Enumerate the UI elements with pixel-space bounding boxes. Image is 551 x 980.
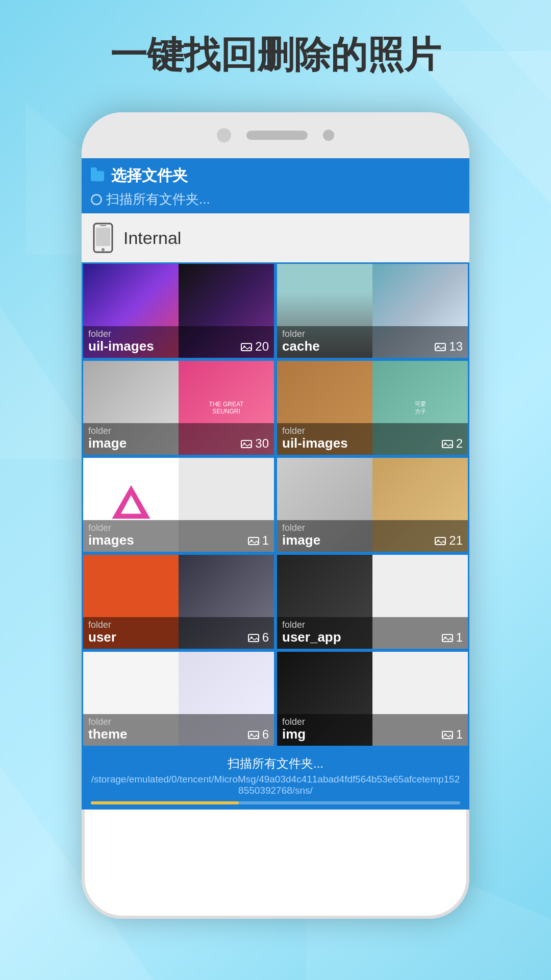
- folder-word: folder: [282, 717, 306, 727]
- image-count-icon: [241, 439, 252, 448]
- internal-row: Internal: [82, 213, 469, 262]
- folder-item[interactable]: folder image 21: [276, 456, 469, 553]
- folder-count: 30: [241, 436, 269, 451]
- sensor-icon: [323, 130, 334, 141]
- folder-item[interactable]: folder user_app 1: [276, 553, 469, 650]
- folder-word: folder: [88, 329, 154, 339]
- image-count-icon: [435, 342, 446, 351]
- folder-name: theme: [88, 727, 128, 742]
- folder-count: 21: [435, 533, 463, 548]
- svg-rect-30: [442, 731, 453, 739]
- folder-item[interactable]: folder uil-images 20: [82, 262, 276, 359]
- folder-icon: [91, 171, 104, 181]
- folder-word: folder: [88, 717, 128, 727]
- phone-top-bar: [82, 112, 469, 158]
- image-count-icon: [442, 439, 453, 448]
- internal-label: Internal: [123, 228, 181, 248]
- image-count-icon: [435, 536, 446, 545]
- svg-rect-16: [442, 440, 453, 448]
- svg-rect-10: [241, 344, 252, 351]
- folder-word: folder: [282, 329, 320, 339]
- folder-count: 6: [248, 727, 269, 742]
- folder-name: uil-images: [88, 339, 154, 354]
- folder-item[interactable]: THE GREATSEUNGRI folder image 30: [82, 359, 276, 456]
- svg-rect-9: [100, 225, 106, 226]
- folder-count: 13: [435, 339, 463, 354]
- svg-rect-24: [248, 634, 259, 642]
- header-bar: 选择文件夹 扫描所有文件夹...: [82, 158, 469, 213]
- scan-path-text: /storage/emulated/0/tencent/MicroMsg/49a…: [91, 774, 460, 796]
- svg-rect-14: [241, 440, 252, 448]
- folder-count: 20: [241, 339, 269, 354]
- folder-item[interactable]: folder user 6: [82, 553, 276, 650]
- folder-count: 1: [442, 727, 463, 742]
- header-subtitle: 扫描所有文件夹...: [91, 190, 460, 208]
- speaker-icon: [246, 131, 308, 140]
- folder-name: user_app: [282, 630, 341, 645]
- folder-name: images: [88, 533, 134, 548]
- camera-icon: [217, 128, 231, 142]
- svg-rect-12: [435, 344, 445, 351]
- svg-rect-20: [248, 537, 259, 545]
- folder-word: folder: [88, 523, 134, 533]
- bottom-status-bar: 扫描所有文件夹... /storage/emulated/0/tencent/M…: [82, 747, 469, 810]
- image-count-icon: [241, 342, 252, 351]
- folder-name: cache: [282, 339, 320, 354]
- folder-name: uil-images: [282, 436, 348, 451]
- image-count-icon: [442, 633, 453, 642]
- folder-item[interactable]: folder cache 13: [276, 262, 469, 359]
- folder-word: folder: [282, 523, 320, 533]
- page-title: 一键找回删除的照片: [0, 31, 551, 80]
- svg-point-8: [102, 248, 105, 251]
- folder-count: 6: [248, 630, 269, 645]
- folder-name: image: [88, 436, 127, 451]
- folder-word: folder: [88, 620, 116, 630]
- image-count-icon: [248, 730, 259, 739]
- folder-name: img: [282, 727, 306, 742]
- svg-rect-26: [442, 634, 453, 642]
- phone-screen: 选择文件夹 扫描所有文件夹... Internal: [82, 158, 469, 810]
- radio-button[interactable]: [91, 194, 102, 205]
- folder-item[interactable]: folder images 1: [82, 456, 276, 553]
- folder-word: folder: [282, 620, 341, 630]
- folder-word: folder: [282, 426, 348, 436]
- header-title: 选择文件夹: [111, 165, 188, 186]
- folder-item[interactable]: folder img 1: [276, 650, 469, 747]
- folder-item[interactable]: folder theme 6: [82, 650, 276, 747]
- folder-word: folder: [88, 426, 127, 436]
- folder-grid: folder uil-images 20: [82, 262, 469, 747]
- phone-device-icon: [92, 223, 114, 253]
- phone-frame: 选择文件夹 扫描所有文件夹... Internal: [82, 112, 469, 919]
- scan-status-text: 扫描所有文件夹...: [91, 755, 460, 772]
- svg-rect-22: [435, 537, 445, 545]
- folder-name: user: [88, 630, 116, 645]
- triangle-decoration: [111, 484, 152, 525]
- folder-count: 1: [248, 533, 269, 548]
- image-count-icon: [248, 633, 259, 642]
- image-count-icon: [248, 536, 259, 545]
- folder-item[interactable]: 可爱力子 folder uil-images 2: [276, 359, 469, 456]
- folder-count: 1: [442, 630, 463, 645]
- folder-count: 2: [442, 436, 463, 451]
- svg-rect-7: [96, 228, 110, 246]
- folder-name: image: [282, 533, 320, 548]
- svg-rect-28: [248, 731, 259, 739]
- progress-bar: [91, 801, 460, 804]
- image-count-icon: [442, 730, 453, 739]
- progress-fill: [91, 801, 239, 804]
